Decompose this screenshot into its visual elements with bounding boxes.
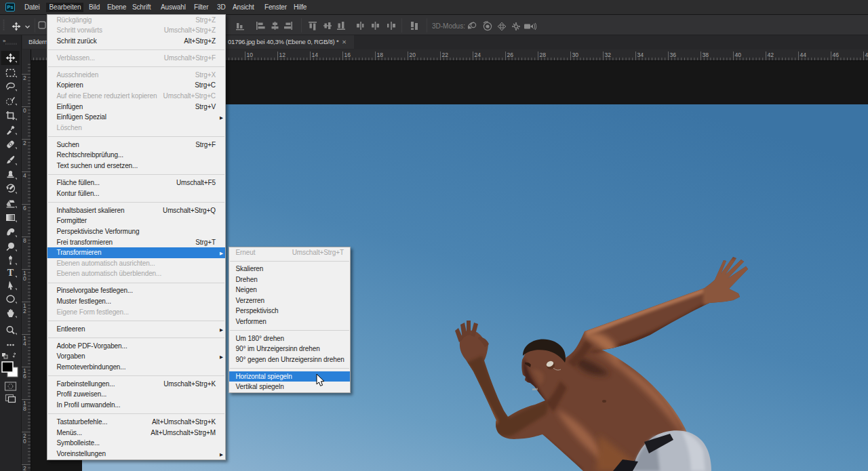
svg-text:3D-Modus:: 3D-Modus: <box>432 22 465 30</box>
svg-text:20: 20 <box>410 52 416 58</box>
svg-text:32: 32 <box>605 52 612 58</box>
svg-text:36: 36 <box>670 52 677 58</box>
svg-text:48: 48 <box>865 52 868 58</box>
svg-text:42: 42 <box>768 52 774 58</box>
svg-text:12: 12 <box>279 52 286 58</box>
svg-text:46: 46 <box>833 52 840 58</box>
svg-text:34: 34 <box>637 52 644 58</box>
svg-text:6: 6 <box>23 205 26 211</box>
svg-text:30: 30 <box>572 52 579 58</box>
svg-text:2: 2 <box>23 75 26 81</box>
svg-text:T: T <box>7 268 14 278</box>
svg-text:28: 28 <box>540 52 547 58</box>
svg-text:18: 18 <box>377 52 384 58</box>
svg-text:16: 16 <box>344 52 351 58</box>
svg-text:4: 4 <box>23 340 26 347</box>
svg-text:2: 2 <box>23 140 26 146</box>
svg-text:24: 24 <box>475 52 481 58</box>
svg-text:0: 0 <box>23 107 26 114</box>
svg-text:26: 26 <box>507 52 514 58</box>
svg-text:8: 8 <box>23 237 26 244</box>
svg-text:0: 0 <box>23 438 26 445</box>
svg-text:6: 6 <box>23 373 26 380</box>
svg-text:2: 2 <box>23 308 26 314</box>
svg-text:8: 8 <box>23 405 26 412</box>
svg-text:40: 40 <box>735 52 742 58</box>
svg-text:44: 44 <box>800 52 807 58</box>
svg-text:10: 10 <box>247 52 254 58</box>
svg-text:14: 14 <box>312 52 319 58</box>
svg-text:22: 22 <box>442 52 449 58</box>
svg-text:0: 0 <box>23 275 26 282</box>
svg-text:38: 38 <box>703 52 709 58</box>
svg-text:4: 4 <box>23 172 26 179</box>
